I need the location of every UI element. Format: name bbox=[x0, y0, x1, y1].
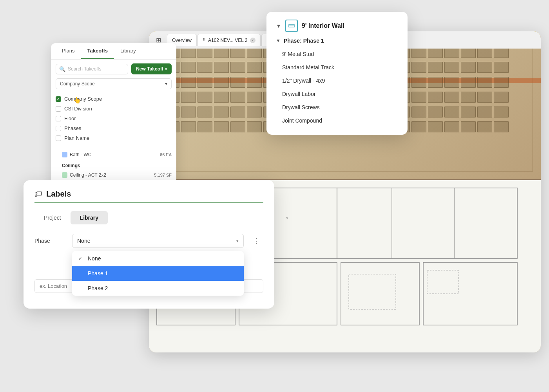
facade-window bbox=[214, 62, 229, 73]
facade-window bbox=[214, 47, 229, 58]
facade-window bbox=[428, 62, 443, 73]
phase-dots-menu[interactable]: ⋮ bbox=[250, 235, 263, 247]
facade-window bbox=[247, 47, 262, 58]
svg-rect-5 bbox=[423, 262, 517, 325]
checkbox-phases-box[interactable] bbox=[56, 126, 61, 131]
labels-divider bbox=[34, 202, 263, 203]
facade-window bbox=[247, 62, 262, 73]
checkbox-plan-name[interactable]: Plan Name bbox=[56, 133, 172, 143]
option-none-label: None bbox=[88, 255, 101, 262]
dropdown-option-none[interactable]: ✓ None bbox=[72, 251, 244, 266]
search-icon: 🔍 bbox=[59, 66, 65, 72]
facade-window bbox=[181, 121, 196, 132]
facade-window bbox=[461, 121, 476, 132]
checkbox-company-scope-box[interactable] bbox=[56, 96, 61, 102]
checkbox-floor-box[interactable] bbox=[56, 116, 61, 121]
facade-window bbox=[247, 107, 262, 117]
labels-tabs: Project Library bbox=[34, 211, 263, 224]
tab-overview-label: Overview bbox=[172, 38, 192, 43]
phase-dropdown-arrow: ▾ bbox=[236, 238, 239, 244]
phase-dropdown-value: None bbox=[77, 238, 90, 244]
facade-window bbox=[411, 92, 426, 103]
facade-window bbox=[444, 92, 459, 103]
wall-popup-header: ▼ 9' Interior Wall bbox=[276, 20, 398, 32]
dropdown-option-phase1[interactable]: Phase 1 bbox=[72, 266, 244, 281]
facade-window bbox=[477, 77, 492, 88]
phase-dropdown-options: ✓ None Phase 1 Phase 2 bbox=[72, 251, 244, 296]
labels-header: 🏷 Labels bbox=[34, 190, 263, 199]
facade-window bbox=[197, 121, 212, 132]
checkbox-plan-name-box[interactable] bbox=[56, 135, 61, 141]
section-ceilings: Ceilings bbox=[51, 160, 176, 170]
item-label-bath: Bath - WC bbox=[62, 152, 160, 157]
labels-icon: 🏷 bbox=[34, 190, 42, 199]
wall-popup: ▼ 9' Interior Wall ▼ Phase: Phase 1 9' M… bbox=[266, 12, 408, 135]
checkbox-floor[interactable]: Floor bbox=[56, 114, 172, 123]
facade-window bbox=[444, 62, 459, 73]
facade-window bbox=[247, 77, 262, 88]
facade-window bbox=[181, 92, 196, 103]
facade-window bbox=[428, 77, 443, 88]
search-box[interactable]: 🔍 Search Takeoffs bbox=[56, 64, 128, 74]
facade-window bbox=[181, 107, 196, 117]
facade-window bbox=[197, 92, 212, 103]
facade-window bbox=[197, 62, 212, 73]
wall-collapse-arrow[interactable]: ▼ bbox=[276, 23, 281, 29]
facade-window bbox=[477, 47, 492, 58]
svg-text:3: 3 bbox=[286, 217, 288, 220]
wall-item-joint-compound: Joint Compound bbox=[276, 114, 398, 127]
takeoffs-panel: Plans Takeoffs Library 🔍 Search Takeoffs… bbox=[51, 43, 176, 192]
wall-icon-svg bbox=[288, 22, 295, 29]
dropdown-option-phase2[interactable]: Phase 2 bbox=[72, 281, 244, 296]
facade-window bbox=[197, 107, 212, 117]
facade-window bbox=[197, 47, 212, 58]
check-mark-none: ✓ bbox=[78, 256, 85, 261]
facade-window bbox=[247, 121, 262, 132]
facade-window bbox=[494, 47, 509, 58]
labels-tab-library[interactable]: Library bbox=[71, 211, 108, 224]
wall-item-metal-stud: 9' Metal Stud bbox=[276, 48, 398, 60]
facade-window bbox=[411, 77, 426, 88]
facade-window bbox=[494, 107, 509, 117]
list-item-bath[interactable]: Bath - WC 66 EA bbox=[51, 150, 176, 160]
facade-window bbox=[411, 121, 426, 132]
facade-window bbox=[461, 62, 476, 73]
facade-window bbox=[181, 47, 196, 58]
labels-popup: 🏷 Labels Project Library Phase None ▾ ✓ … bbox=[24, 180, 274, 309]
wall-phase-header: ▼ Phase: Phase 1 bbox=[276, 38, 398, 44]
checkbox-csi-division-box[interactable] bbox=[56, 106, 61, 112]
labels-tab-project[interactable]: Project bbox=[34, 211, 71, 224]
nav-plans[interactable]: Plans bbox=[56, 43, 81, 59]
wall-items-list: 9' Metal Stud Standard Metal Track 1/2" … bbox=[276, 48, 398, 127]
facade-window bbox=[230, 77, 245, 88]
checkbox-company-scope[interactable]: Company Scope bbox=[56, 94, 172, 104]
phase-dropdown[interactable]: None ▾ bbox=[72, 234, 244, 248]
facade-window bbox=[494, 77, 509, 88]
nav-takeoffs[interactable]: Takeoffs bbox=[81, 43, 114, 59]
facade-window bbox=[477, 121, 492, 132]
facade-window bbox=[494, 92, 509, 103]
list-item-ceiling[interactable]: Ceiling - ACT 2x2 5,197 SF bbox=[51, 170, 176, 180]
phase-collapse-arrow[interactable]: ▼ bbox=[276, 38, 281, 43]
nav-library[interactable]: Library bbox=[114, 43, 142, 59]
svg-rect-11 bbox=[349, 274, 396, 309]
checkbox-phases[interactable]: Phases bbox=[56, 123, 172, 133]
facade-window bbox=[411, 47, 426, 58]
facade-window bbox=[230, 121, 245, 132]
facade-window bbox=[477, 92, 492, 103]
tab-close-button[interactable]: × bbox=[250, 38, 255, 43]
facade-window bbox=[428, 107, 443, 117]
checkbox-phases-label: Phases bbox=[64, 125, 81, 131]
group-by-dropdown[interactable]: Company Scope ▾ bbox=[56, 78, 172, 89]
new-takeoff-button[interactable]: New Takeoff ▾ bbox=[131, 63, 172, 74]
wall-item-metal-track: Standard Metal Track bbox=[276, 61, 398, 74]
checkbox-csi-division[interactable]: CSI Division bbox=[56, 104, 172, 114]
facade-window bbox=[444, 77, 459, 88]
tab-a102[interactable]: ⠿ A102 NEV... VEL 2 × bbox=[197, 34, 261, 46]
labels-field-row-phase: Phase None ▾ ✓ None Phase 1 Phase 2 bbox=[34, 234, 263, 248]
item-value-bath: 66 EA bbox=[160, 152, 172, 157]
facade-window bbox=[230, 92, 245, 103]
tab-grid-icon: ⠿ bbox=[203, 38, 206, 43]
facade-window bbox=[197, 77, 212, 88]
facade-window bbox=[411, 107, 426, 117]
